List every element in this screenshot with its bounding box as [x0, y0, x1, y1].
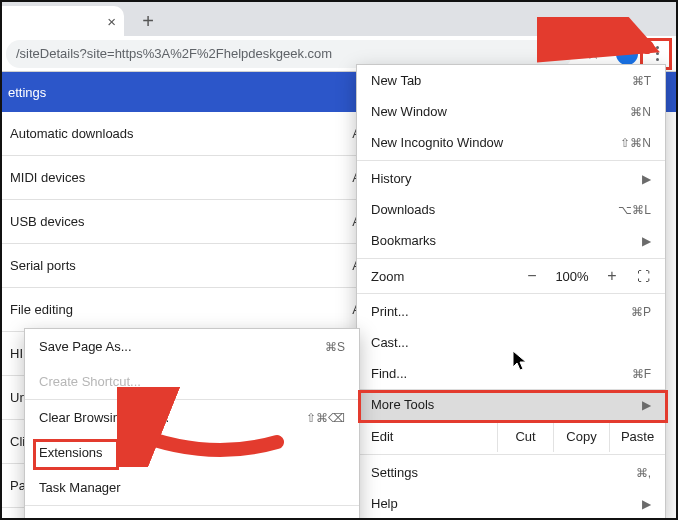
menu-label: Downloads [371, 202, 618, 217]
settings-header-text: ettings [8, 85, 46, 100]
submenu-arrow-icon: ▶ [642, 398, 651, 412]
submenu-create-shortcut: Create Shortcut... [25, 364, 359, 399]
submenu-shortcut: ⌘S [325, 340, 345, 354]
menu-edit-row: Edit Cut Copy Paste [357, 420, 665, 452]
setting-label: USB devices [10, 214, 84, 229]
menu-label: More Tools [371, 397, 638, 412]
submenu-label: Save Page As... [39, 339, 132, 354]
menu-bookmarks[interactable]: Bookmarks ▶ [357, 225, 665, 256]
submenu-label: Developer Tools [39, 516, 132, 520]
url-text: /siteDetails?site=https%3A%2F%2Fhelpdesk… [16, 46, 332, 61]
menu-new-incognito[interactable]: New Incognito Window ⇧⌘N [357, 127, 665, 158]
browser-tab[interactable]: × [0, 6, 124, 36]
menu-new-tab[interactable]: New Tab ⌘T [357, 65, 665, 96]
submenu-developer-tools[interactable]: Developer Tools ⌥⌘I [25, 506, 359, 520]
menu-shortcut: ⌥⌘L [618, 203, 651, 217]
menu-shortcut: ⌘T [632, 74, 651, 88]
menu-label: Cast... [371, 335, 651, 350]
submenu-label: Task Manager [39, 480, 121, 495]
menu-shortcut: ⌘P [631, 305, 651, 319]
menu-new-window[interactable]: New Window ⌘N [357, 96, 665, 127]
submenu-task-manager[interactable]: Task Manager [25, 470, 359, 505]
close-tab-icon[interactable]: × [107, 13, 116, 30]
menu-shortcut: ⌘, [636, 466, 651, 480]
menu-separator [357, 160, 665, 161]
submenu-save-page[interactable]: Save Page As... ⌘S [25, 329, 359, 364]
menu-label: Find... [371, 366, 632, 381]
menu-label: Edit [357, 421, 497, 452]
menu-more-tools[interactable]: More Tools ▶ [357, 389, 665, 420]
menu-print[interactable]: Print... ⌘P [357, 296, 665, 327]
new-tab-button[interactable]: + [136, 9, 160, 33]
menu-label: New Incognito Window [371, 135, 620, 150]
menu-shortcut: ⌘N [630, 105, 651, 119]
menu-separator [357, 293, 665, 294]
zoom-percent: 100% [547, 269, 597, 284]
menu-cast[interactable]: Cast... [357, 327, 665, 358]
menu-history[interactable]: History ▶ [357, 163, 665, 194]
setting-row[interactable]: Automatic downloads Ask [2, 112, 382, 156]
setting-label: File editing [10, 302, 73, 317]
setting-row[interactable]: MIDI devices Ask [2, 156, 382, 200]
kebab-menu-icon[interactable] [644, 41, 670, 67]
setting-row[interactable]: File editing Ask [2, 288, 382, 332]
menu-label: New Tab [371, 73, 632, 88]
submenu-shortcut: ⇧⌘⌫ [306, 411, 345, 425]
submenu-label: Clear Browsing Data... [39, 410, 169, 425]
more-tools-submenu: Save Page As... ⌘S Create Shortcut... Cl… [24, 328, 360, 520]
submenu-arrow-icon: ▶ [642, 172, 651, 186]
submenu-extensions[interactable]: Extensions [25, 435, 359, 470]
menu-find[interactable]: Find... ⌘F [357, 358, 665, 389]
setting-label: Serial ports [10, 258, 76, 273]
main-menu: New Tab ⌘T New Window ⌘N New Incognito W… [356, 64, 666, 520]
menu-separator [357, 258, 665, 259]
bookmark-star-icon[interactable]: ☆ [586, 44, 600, 63]
profile-avatar[interactable] [616, 43, 638, 65]
zoom-out-button[interactable]: − [517, 267, 547, 285]
setting-label: Automatic downloads [10, 126, 134, 141]
menu-label: Settings [371, 465, 636, 480]
menu-label: Bookmarks [371, 233, 638, 248]
menu-label: Help [371, 496, 638, 511]
submenu-clear-data[interactable]: Clear Browsing Data... ⇧⌘⌫ [25, 400, 359, 435]
menu-label: History [371, 171, 638, 186]
menu-help[interactable]: Help ▶ [357, 488, 665, 519]
submenu-label: Create Shortcut... [39, 374, 141, 389]
edit-paste-button[interactable]: Paste [609, 421, 665, 452]
tab-strip: × + [2, 2, 676, 36]
menu-downloads[interactable]: Downloads ⌥⌘L [357, 194, 665, 225]
setting-row[interactable]: Serial ports Ask [2, 244, 382, 288]
setting-label: MIDI devices [10, 170, 85, 185]
menu-shortcut: ⌘F [632, 367, 651, 381]
edit-cut-button[interactable]: Cut [497, 421, 553, 452]
setting-row[interactable]: USB devices Ask [2, 200, 382, 244]
zoom-label: Zoom [371, 269, 517, 284]
fullscreen-icon[interactable]: ⛶ [627, 269, 657, 284]
submenu-label: Extensions [39, 445, 103, 460]
menu-zoom: Zoom − 100% + ⛶ [357, 261, 665, 291]
submenu-arrow-icon: ▶ [642, 497, 651, 511]
menu-settings[interactable]: Settings ⌘, [357, 457, 665, 488]
menu-shortcut: ⇧⌘N [620, 136, 651, 150]
submenu-shortcut: ⌥⌘I [316, 517, 345, 521]
menu-label: New Window [371, 104, 630, 119]
submenu-arrow-icon: ▶ [642, 234, 651, 248]
zoom-in-button[interactable]: + [597, 267, 627, 285]
edit-copy-button[interactable]: Copy [553, 421, 609, 452]
menu-label: Print... [371, 304, 631, 319]
menu-separator [357, 454, 665, 455]
